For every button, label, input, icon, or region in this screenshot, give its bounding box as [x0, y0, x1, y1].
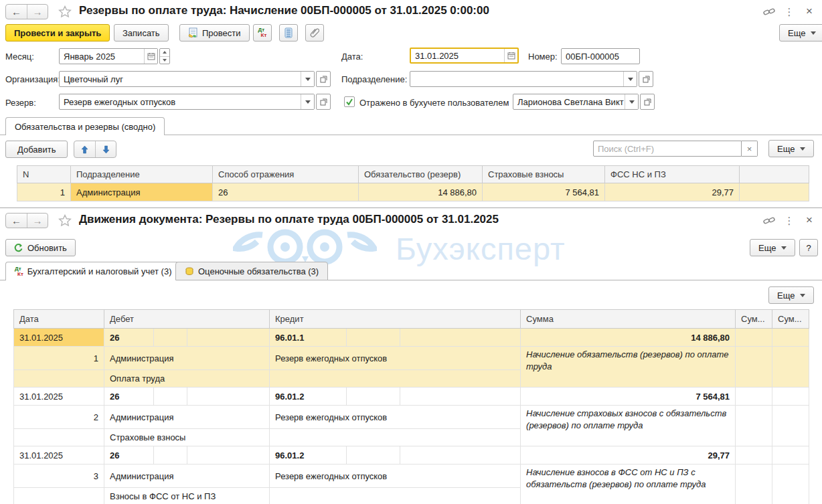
cell-debit-sub[interactable]	[154, 388, 187, 406]
reserve-dropdown-button[interactable]	[301, 94, 314, 109]
col-date[interactable]: Дата	[14, 310, 104, 329]
cell-credit-account[interactable]: 96.01.1	[270, 329, 347, 347]
search-clear-button[interactable]: ×	[742, 141, 758, 157]
cell-comment[interactable]: Начисление обязательств (резервов) по оп…	[521, 347, 736, 388]
cell-date[interactable]: 31.01.2025	[14, 446, 104, 465]
cell-credit-analytics1[interactable]: Резерв ежегодных отпусков	[270, 465, 521, 488]
col-fss[interactable]: ФСС НС и ПЗ	[605, 166, 740, 183]
back-button[interactable]: ←	[6, 214, 27, 228]
cell-contributions[interactable]: 7 564,81	[483, 183, 605, 201]
date-calendar-button[interactable]	[504, 49, 517, 62]
month-calendar-button[interactable]	[144, 49, 157, 64]
cell-credit-analytics1[interactable]: Резерв ежегодных отпусков	[270, 406, 521, 429]
cell-comment[interactable]: Начисление взносов в ФСС от НС и ПЗ с об…	[521, 465, 736, 504]
cell-sum-pr[interactable]	[772, 388, 809, 406]
window-menu-button[interactable]: ⋮	[782, 214, 797, 228]
reserve-field[interactable]: Резерв ежегодных отпусков	[59, 94, 315, 110]
cell-debit-sub[interactable]	[154, 329, 187, 347]
date-field[interactable]: 31.01.2025	[410, 48, 519, 64]
cell-sum-nu[interactable]	[736, 446, 772, 465]
col-sum-pr[interactable]: Сум...	[772, 310, 809, 329]
reflected-checkbox[interactable]	[344, 96, 355, 107]
cell-debit-analytics1[interactable]: Администрация	[104, 465, 270, 488]
cell-credit-sub[interactable]	[400, 329, 521, 347]
col-n[interactable]: N	[17, 166, 71, 183]
reserve-open-button[interactable]	[316, 94, 331, 110]
cell-entry-number[interactable]: 2	[14, 406, 104, 429]
cell-debit-sub[interactable]	[154, 446, 187, 465]
cell-credit-sub[interactable]	[400, 446, 521, 465]
cell-debit-account[interactable]: 26	[104, 446, 154, 465]
save-button[interactable]: Записать	[114, 24, 169, 41]
tab-accounting[interactable]: Дт Кт Бухгалтерский и налоговый учет (3)	[5, 262, 181, 280]
help-button[interactable]: ?	[799, 239, 818, 256]
search-input[interactable]	[593, 141, 742, 157]
cell-sum-nu[interactable]	[736, 329, 772, 347]
cell-debit-sub[interactable]	[187, 388, 270, 406]
cell-entry-number[interactable]: 1	[14, 347, 104, 370]
refresh-button[interactable]: Обновить	[5, 239, 76, 256]
col-credit[interactable]: Кредит	[270, 310, 521, 329]
move-up-button[interactable]	[74, 141, 95, 157]
close-button[interactable]: ×	[802, 4, 817, 19]
cell-debit-sub[interactable]	[187, 446, 270, 465]
cell-debit-sub[interactable]	[187, 329, 270, 347]
show-postings-button[interactable]: Дт Кт	[253, 24, 272, 41]
cell-credit-analytics2[interactable]	[270, 429, 521, 446]
organization-open-button[interactable]	[316, 71, 331, 87]
number-field[interactable]: 00БП-000005	[561, 48, 640, 64]
cell-debit-analytics1[interactable]: Администрация	[104, 406, 270, 429]
window-menu-button[interactable]: ⋮	[782, 5, 797, 19]
user-dropdown-button[interactable]	[625, 94, 638, 109]
favorite-button[interactable]	[58, 213, 72, 228]
post-button[interactable]: Провести	[179, 24, 250, 41]
month-stepper[interactable]	[159, 48, 170, 64]
department-dropdown-button[interactable]	[623, 72, 637, 86]
forward-button[interactable]: →	[27, 214, 48, 228]
cell-sum-pr[interactable]	[772, 329, 809, 347]
col-debit[interactable]: Дебет	[104, 310, 270, 329]
post-and-close-button[interactable]: Провести и закрыть	[5, 24, 110, 41]
tab-estimated-liabilities[interactable]: Оценочные обязательства (3)	[175, 262, 328, 280]
back-button[interactable]: ←	[6, 5, 27, 19]
cell-sum-nu[interactable]	[736, 406, 772, 446]
cell-liability[interactable]: 14 886,80	[359, 183, 483, 201]
cell-empty[interactable]	[14, 370, 104, 388]
cell-sum-pr[interactable]	[772, 465, 809, 504]
organization-dropdown-button[interactable]	[301, 72, 314, 86]
cell-n[interactable]: 1	[17, 183, 71, 201]
cell-entry-number[interactable]: 3	[14, 465, 104, 488]
favorite-button[interactable]	[58, 4, 72, 19]
department-open-button[interactable]	[639, 71, 653, 87]
cell-fss[interactable]: 29,77	[605, 183, 740, 201]
add-row-button[interactable]: Добавить	[5, 141, 68, 158]
organization-field[interactable]: Цветочный луг	[59, 71, 315, 87]
col-sum-nu[interactable]: Сум...	[736, 310, 772, 329]
department-field[interactable]	[410, 71, 637, 87]
movements-more-button[interactable]: Еще	[768, 286, 814, 304]
col-liability[interactable]: Обязательство (резерв)	[359, 166, 483, 183]
cell-sum-nu[interactable]	[736, 388, 772, 406]
cell-debit-account[interactable]: 26	[104, 388, 154, 406]
cell-extra[interactable]	[740, 183, 809, 201]
cell-sum-pr[interactable]	[772, 446, 809, 465]
get-link-button[interactable]	[762, 5, 776, 19]
col-extra[interactable]	[740, 166, 809, 183]
cell-debit-analytics2[interactable]: Взносы в ФСС от НС и ПЗ	[104, 488, 270, 504]
cell-credit-analytics2[interactable]	[270, 488, 521, 504]
col-method[interactable]: Способ отражения	[213, 166, 359, 183]
window-more-button[interactable]: Еще	[750, 239, 795, 256]
cell-credit-account[interactable]: 96.01.2	[270, 446, 347, 465]
attachments-button[interactable]	[305, 24, 324, 41]
form-more-button[interactable]: Еще	[779, 24, 822, 41]
cell-date[interactable]: 31.01.2025	[14, 329, 104, 347]
cell-department[interactable]: Администрация	[71, 183, 213, 201]
user-field[interactable]: Ларионова Светлана Викт	[513, 94, 639, 110]
cell-debit-account[interactable]: 26	[104, 329, 154, 347]
cell-credit-sub[interactable]	[347, 446, 400, 465]
cell-empty[interactable]	[14, 488, 104, 504]
cell-credit-sub[interactable]	[347, 388, 400, 406]
cell-sum-nu[interactable]	[736, 465, 772, 504]
col-contributions[interactable]: Страховые взносы	[483, 166, 605, 183]
cell-credit-analytics2[interactable]	[270, 370, 521, 388]
